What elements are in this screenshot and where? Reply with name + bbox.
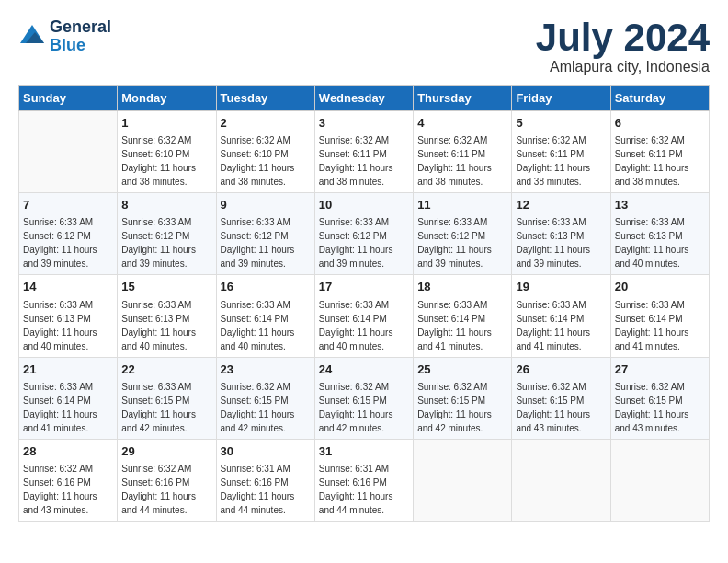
day-number: 15 (121, 279, 211, 295)
day-info: Sunrise: 6:32 AM Sunset: 6:15 PM Dayligh… (417, 380, 507, 435)
day-number: 17 (319, 279, 409, 295)
day-cell (610, 439, 709, 521)
day-info: Sunrise: 6:33 AM Sunset: 6:13 PM Dayligh… (516, 215, 606, 270)
day-cell: 5Sunrise: 6:32 AM Sunset: 6:11 PM Daylig… (512, 111, 610, 193)
title-block: July 2024 Amlapura city, Indonesia (536, 18, 710, 75)
day-cell: 21Sunrise: 6:33 AM Sunset: 6:14 PM Dayli… (19, 357, 118, 439)
day-cell: 28Sunrise: 6:32 AM Sunset: 6:16 PM Dayli… (19, 439, 118, 521)
day-info: Sunrise: 6:32 AM Sunset: 6:15 PM Dayligh… (615, 380, 705, 435)
day-info: Sunrise: 6:33 AM Sunset: 6:12 PM Dayligh… (23, 215, 113, 270)
day-number: 1 (121, 115, 211, 132)
day-info: Sunrise: 6:33 AM Sunset: 6:14 PM Dayligh… (417, 298, 507, 353)
day-number: 21 (23, 362, 113, 378)
day-number: 18 (417, 279, 507, 295)
day-number: 7 (23, 197, 113, 213)
day-info: Sunrise: 6:33 AM Sunset: 6:12 PM Dayligh… (319, 215, 409, 270)
day-cell: 14Sunrise: 6:33 AM Sunset: 6:13 PM Dayli… (19, 275, 118, 357)
day-cell: 6Sunrise: 6:32 AM Sunset: 6:11 PM Daylig… (610, 111, 709, 193)
day-info: Sunrise: 6:33 AM Sunset: 6:14 PM Dayligh… (615, 298, 705, 353)
day-info: Sunrise: 6:33 AM Sunset: 6:14 PM Dayligh… (23, 380, 113, 435)
day-cell: 20Sunrise: 6:33 AM Sunset: 6:14 PM Dayli… (610, 275, 709, 357)
day-number: 2 (221, 115, 311, 132)
day-number: 29 (121, 443, 211, 460)
day-number: 23 (221, 362, 311, 378)
month-title: July 2024 (536, 18, 710, 57)
day-cell (512, 439, 610, 521)
week-row-4: 21Sunrise: 6:33 AM Sunset: 6:14 PM Dayli… (19, 357, 710, 439)
day-cell: 10Sunrise: 6:33 AM Sunset: 6:12 PM Dayli… (314, 193, 413, 275)
day-cell: 27Sunrise: 6:32 AM Sunset: 6:15 PM Dayli… (610, 357, 709, 439)
day-info: Sunrise: 6:31 AM Sunset: 6:16 PM Dayligh… (319, 462, 409, 517)
day-number: 19 (516, 279, 606, 295)
day-cell: 22Sunrise: 6:33 AM Sunset: 6:15 PM Dayli… (118, 357, 216, 439)
day-cell: 19Sunrise: 6:33 AM Sunset: 6:14 PM Dayli… (512, 275, 610, 357)
day-info: Sunrise: 6:33 AM Sunset: 6:14 PM Dayligh… (516, 298, 606, 353)
day-number: 8 (121, 197, 211, 213)
day-cell: 29Sunrise: 6:32 AM Sunset: 6:16 PM Dayli… (118, 439, 216, 521)
day-info: Sunrise: 6:32 AM Sunset: 6:11 PM Dayligh… (615, 133, 705, 189)
day-number: 16 (221, 279, 311, 295)
day-info: Sunrise: 6:33 AM Sunset: 6:14 PM Dayligh… (319, 298, 409, 353)
day-info: Sunrise: 6:32 AM Sunset: 6:15 PM Dayligh… (319, 380, 409, 435)
day-info: Sunrise: 6:32 AM Sunset: 6:16 PM Dayligh… (23, 462, 113, 517)
week-row-3: 14Sunrise: 6:33 AM Sunset: 6:13 PM Dayli… (19, 275, 710, 357)
day-number: 13 (615, 197, 705, 213)
day-cell (19, 111, 118, 193)
day-number: 10 (319, 197, 409, 213)
day-number: 3 (319, 115, 409, 132)
day-info: Sunrise: 6:33 AM Sunset: 6:13 PM Dayligh… (615, 215, 705, 270)
day-cell: 26Sunrise: 6:32 AM Sunset: 6:15 PM Dayli… (512, 357, 610, 439)
day-info: Sunrise: 6:33 AM Sunset: 6:12 PM Dayligh… (121, 215, 211, 270)
day-number: 20 (615, 279, 705, 295)
day-cell: 16Sunrise: 6:33 AM Sunset: 6:14 PM Dayli… (216, 275, 314, 357)
day-info: Sunrise: 6:33 AM Sunset: 6:12 PM Dayligh… (221, 215, 311, 270)
day-cell: 1Sunrise: 6:32 AM Sunset: 6:10 PM Daylig… (118, 111, 216, 193)
day-info: Sunrise: 6:32 AM Sunset: 6:10 PM Dayligh… (121, 133, 211, 189)
day-number: 22 (121, 362, 211, 378)
weekday-header-tuesday: Tuesday (216, 86, 314, 111)
day-cell: 18Sunrise: 6:33 AM Sunset: 6:14 PM Dayli… (414, 275, 512, 357)
day-number: 27 (615, 362, 705, 378)
day-cell: 25Sunrise: 6:32 AM Sunset: 6:15 PM Dayli… (414, 357, 512, 439)
day-number: 9 (221, 197, 311, 213)
day-cell: 8Sunrise: 6:33 AM Sunset: 6:12 PM Daylig… (118, 193, 216, 275)
week-row-2: 7Sunrise: 6:33 AM Sunset: 6:12 PM Daylig… (19, 193, 710, 275)
calendar-table: SundayMondayTuesdayWednesdayThursdayFrid… (18, 85, 710, 522)
day-number: 6 (615, 115, 705, 132)
day-number: 4 (417, 115, 507, 132)
location-subtitle: Amlapura city, Indonesia (536, 59, 710, 75)
weekday-header-saturday: Saturday (610, 86, 709, 111)
page-header: General Blue July 2024 Amlapura city, In… (18, 18, 710, 75)
day-cell: 7Sunrise: 6:33 AM Sunset: 6:12 PM Daylig… (19, 193, 118, 275)
day-cell: 31Sunrise: 6:31 AM Sunset: 6:16 PM Dayli… (314, 439, 413, 521)
day-info: Sunrise: 6:33 AM Sunset: 6:13 PM Dayligh… (23, 298, 113, 353)
logo-icon (18, 23, 46, 51)
day-number: 24 (319, 362, 409, 378)
week-row-1: 1Sunrise: 6:32 AM Sunset: 6:10 PM Daylig… (19, 111, 710, 193)
day-info: Sunrise: 6:33 AM Sunset: 6:12 PM Dayligh… (417, 215, 507, 270)
day-cell: 2Sunrise: 6:32 AM Sunset: 6:10 PM Daylig… (216, 111, 314, 193)
day-info: Sunrise: 6:32 AM Sunset: 6:16 PM Dayligh… (121, 462, 211, 517)
day-number: 25 (417, 362, 507, 378)
day-number: 12 (516, 197, 606, 213)
day-number: 28 (23, 443, 113, 460)
day-info: Sunrise: 6:33 AM Sunset: 6:15 PM Dayligh… (121, 380, 211, 435)
day-info: Sunrise: 6:32 AM Sunset: 6:15 PM Dayligh… (516, 380, 606, 435)
day-info: Sunrise: 6:32 AM Sunset: 6:15 PM Dayligh… (221, 380, 311, 435)
day-number: 5 (516, 115, 606, 132)
weekday-header-monday: Monday (118, 86, 216, 111)
day-cell: 11Sunrise: 6:33 AM Sunset: 6:12 PM Dayli… (414, 193, 512, 275)
day-cell: 17Sunrise: 6:33 AM Sunset: 6:14 PM Dayli… (314, 275, 413, 357)
day-cell: 24Sunrise: 6:32 AM Sunset: 6:15 PM Dayli… (314, 357, 413, 439)
logo: General Blue (18, 18, 111, 55)
day-info: Sunrise: 6:32 AM Sunset: 6:11 PM Dayligh… (516, 133, 606, 189)
day-info: Sunrise: 6:32 AM Sunset: 6:11 PM Dayligh… (417, 133, 507, 189)
weekday-header-thursday: Thursday (414, 86, 512, 111)
weekday-header-wednesday: Wednesday (314, 86, 413, 111)
week-row-5: 28Sunrise: 6:32 AM Sunset: 6:16 PM Dayli… (19, 439, 710, 521)
day-info: Sunrise: 6:31 AM Sunset: 6:16 PM Dayligh… (221, 462, 311, 517)
day-cell: 9Sunrise: 6:33 AM Sunset: 6:12 PM Daylig… (216, 193, 314, 275)
day-cell (414, 439, 512, 521)
day-number: 26 (516, 362, 606, 378)
day-number: 31 (319, 443, 409, 460)
